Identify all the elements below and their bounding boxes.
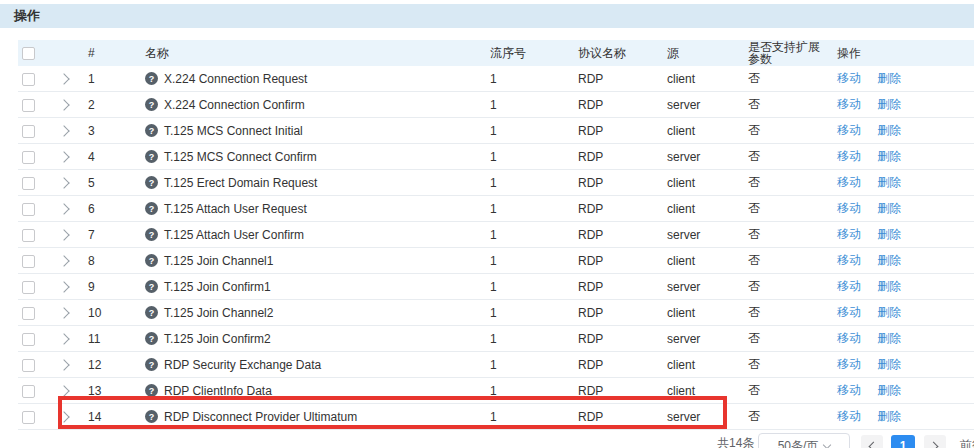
expand-chevron-icon[interactable] [58, 177, 69, 188]
move-link[interactable]: 移动 [837, 71, 861, 85]
expand-chevron-icon[interactable] [58, 255, 69, 266]
expand-chevron-icon[interactable] [58, 229, 69, 240]
delete-link[interactable]: 删除 [877, 71, 901, 85]
delete-link[interactable]: 删除 [877, 383, 901, 397]
move-link[interactable]: 移动 [837, 123, 861, 137]
row-ext-param: 否 [744, 200, 833, 217]
row-checkbox[interactable] [22, 281, 35, 294]
table-row: 1 ? X.224 Connection Request 1 RDP clien… [18, 66, 974, 92]
row-source: client [663, 306, 744, 320]
next-page-button[interactable] [924, 435, 946, 448]
row-ext-param: 否 [744, 408, 833, 425]
row-checkbox[interactable] [22, 229, 35, 242]
table-row: 13 ? RDP ClientInfo Data 1 RDP client 否 … [18, 378, 974, 404]
move-link[interactable]: 移动 [837, 97, 861, 111]
help-icon: ? [145, 124, 158, 137]
column-header-ops: 操作 [833, 45, 974, 62]
row-number: 3 [84, 124, 139, 138]
move-link[interactable]: 移动 [837, 149, 861, 163]
row-number: 9 [84, 280, 139, 294]
page-title: 操作 [14, 7, 40, 25]
delete-link[interactable]: 删除 [877, 331, 901, 345]
expand-chevron-icon[interactable] [58, 333, 69, 344]
expand-chevron-icon[interactable] [58, 359, 69, 370]
expand-chevron-icon[interactable] [58, 125, 69, 136]
delete-link[interactable]: 删除 [877, 149, 901, 163]
expand-chevron-icon[interactable] [58, 73, 69, 84]
row-protocol: RDP [574, 384, 663, 398]
row-source: client [663, 202, 744, 216]
row-checkbox[interactable] [22, 151, 35, 164]
help-icon: ? [145, 228, 158, 241]
move-link[interactable]: 移动 [837, 383, 861, 397]
move-link[interactable]: 移动 [837, 331, 861, 345]
page-size-select[interactable]: 50条/页 [758, 433, 850, 448]
row-checkbox[interactable] [22, 99, 35, 112]
delete-link[interactable]: 删除 [877, 253, 901, 267]
row-source: server [663, 98, 744, 112]
move-link[interactable]: 移动 [837, 201, 861, 215]
row-checkbox[interactable] [22, 307, 35, 320]
delete-link[interactable]: 删除 [877, 175, 901, 189]
row-stream-seq: 1 [486, 332, 574, 346]
pagination-jumper-label: 前往 [960, 437, 974, 448]
delete-link[interactable]: 删除 [877, 357, 901, 371]
row-number: 14 [84, 410, 139, 424]
row-checkbox[interactable] [22, 203, 35, 216]
move-link[interactable]: 移动 [837, 305, 861, 319]
help-icon: ? [145, 254, 158, 267]
move-link[interactable]: 移动 [837, 175, 861, 189]
row-number: 1 [84, 72, 139, 86]
move-link[interactable]: 移动 [837, 253, 861, 267]
expand-chevron-icon[interactable] [58, 307, 69, 318]
row-protocol: RDP [574, 358, 663, 372]
row-protocol: RDP [574, 410, 663, 424]
expand-chevron-icon[interactable] [58, 385, 69, 396]
move-link[interactable]: 移动 [837, 409, 861, 423]
row-source: server [663, 410, 744, 424]
row-ext-param: 否 [744, 356, 833, 373]
row-protocol: RDP [574, 98, 663, 112]
row-source: client [663, 176, 744, 190]
move-link[interactable]: 移动 [837, 227, 861, 241]
delete-link[interactable]: 删除 [877, 97, 901, 111]
delete-link[interactable]: 删除 [877, 123, 901, 137]
expand-chevron-icon[interactable] [58, 151, 69, 162]
current-page-button[interactable]: 1 [891, 435, 915, 448]
table-row: 8 ? T.125 Join Channel1 1 RDP client 否 移… [18, 248, 974, 274]
row-source: server [663, 228, 744, 242]
expand-chevron-icon[interactable] [58, 281, 69, 292]
select-all-checkbox[interactable] [22, 47, 35, 60]
row-protocol: RDP [574, 124, 663, 138]
row-stream-seq: 1 [486, 306, 574, 320]
row-checkbox[interactable] [22, 411, 35, 424]
delete-link[interactable]: 删除 [877, 409, 901, 423]
row-stream-seq: 1 [486, 202, 574, 216]
row-name: X.224 Connection Confirm [164, 98, 305, 112]
row-checkbox[interactable] [22, 385, 35, 398]
row-name: T.125 Join Channel1 [164, 254, 273, 268]
table-header-row: # 名称 流序号 协议名称 源 是否支持扩展参数 操作 [18, 40, 974, 66]
row-protocol: RDP [574, 306, 663, 320]
help-icon: ? [145, 384, 158, 397]
row-checkbox[interactable] [22, 177, 35, 190]
move-link[interactable]: 移动 [837, 357, 861, 371]
expand-chevron-icon[interactable] [58, 411, 69, 422]
pagination-bar: 共14条 50条/页 1 前往 [0, 433, 974, 448]
delete-link[interactable]: 删除 [877, 227, 901, 241]
expand-chevron-icon[interactable] [58, 99, 69, 110]
row-checkbox[interactable] [22, 333, 35, 346]
delete-link[interactable]: 删除 [877, 279, 901, 293]
prev-page-button[interactable] [861, 435, 883, 448]
row-checkbox[interactable] [22, 73, 35, 86]
row-checkbox[interactable] [22, 125, 35, 138]
row-ext-param: 否 [744, 96, 833, 113]
column-header-ext-param: 是否支持扩展参数 [744, 41, 833, 66]
expand-chevron-icon[interactable] [58, 203, 69, 214]
delete-link[interactable]: 删除 [877, 201, 901, 215]
move-link[interactable]: 移动 [837, 279, 861, 293]
row-checkbox[interactable] [22, 359, 35, 372]
delete-link[interactable]: 删除 [877, 305, 901, 319]
row-checkbox[interactable] [22, 255, 35, 268]
row-source: client [663, 384, 744, 398]
